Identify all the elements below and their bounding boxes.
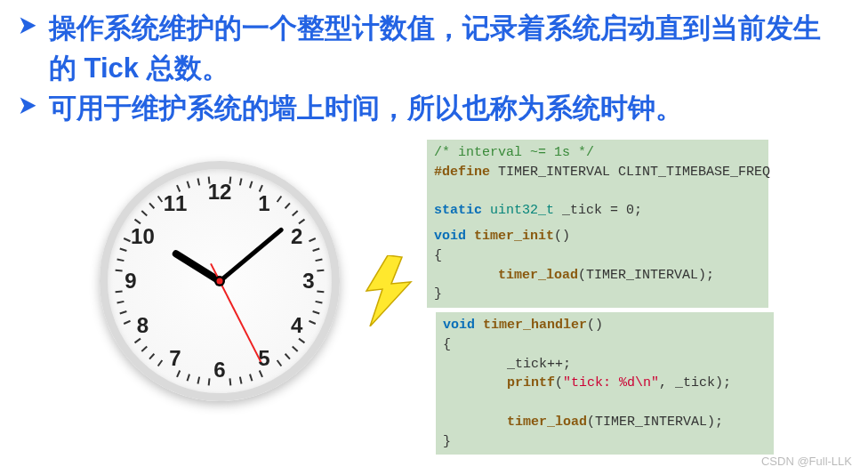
code1-type: uint32_t (490, 203, 554, 218)
code2-void: void (434, 229, 474, 244)
clock-tick (141, 210, 148, 216)
clock-tick (116, 270, 123, 272)
bullet-list: 操作系统维护的一个整型计数值，记录着系统启动直到当前发生的 Tick 总数。 可… (0, 0, 868, 129)
bullet-2: 可用于维护系统的墙上时间，所以也称为系统时钟。 (49, 89, 832, 129)
clock-tick (117, 301, 124, 304)
clock-tick (292, 210, 298, 216)
code2-parens: () (554, 229, 570, 244)
code1-var: _tick = 0; (554, 203, 642, 218)
svg-marker-0 (366, 255, 411, 326)
code3-i1 (443, 375, 507, 390)
clock-number: 1 (251, 190, 277, 217)
code2-close: } (434, 286, 442, 302)
code-block-1: /* interval ~= 1s */ #define TIMER_INTER… (427, 140, 768, 224)
code3-load: timer_load (507, 415, 587, 430)
clock-number: 2 (284, 223, 310, 250)
clock-tick (149, 203, 155, 209)
clock-tick (312, 310, 319, 314)
clock-tick (149, 353, 155, 359)
code3-p2: , _tick); (659, 375, 731, 390)
code1-comment: /* interval ~= 1s */ (434, 145, 594, 160)
watermark: CSDN @Full-LLK (761, 455, 852, 468)
code3-p1: ( (555, 375, 563, 390)
lightning-icon (363, 255, 416, 326)
code1-define-kw: #define (434, 165, 490, 180)
clock-face: 121234567891011 (100, 161, 340, 401)
code3-parens: () (587, 318, 603, 333)
clock-tick (249, 181, 253, 188)
code3-fn: timer_handler (483, 318, 587, 333)
code3-tick: _tick++; (443, 357, 571, 372)
clock-tick (249, 374, 253, 381)
code1-static: static (434, 203, 490, 218)
code3-printf: printf (507, 375, 555, 390)
code3-str: "tick: %d\n" (563, 375, 659, 390)
bullet-1: 操作系统维护的一个整型计数值，记录着系统启动直到当前发生的 Tick 总数。 (49, 9, 832, 89)
clock-tick (197, 178, 200, 185)
code2-arg: (TIMER_INTERVAL); (578, 268, 714, 283)
clock-tick (208, 177, 211, 184)
clock-tick (239, 178, 243, 185)
clock-tick (317, 270, 324, 272)
code3-i2 (443, 415, 507, 430)
clock-tick (285, 203, 291, 209)
clock-number: 11 (162, 190, 189, 217)
code-block-2: void timer_init() { timer_load(TIMER_INT… (427, 223, 768, 308)
clock-tick (285, 353, 291, 359)
clock-tick (315, 301, 322, 304)
clock-number: 7 (162, 345, 189, 372)
clock-tick (315, 258, 322, 262)
clock-tick (292, 346, 298, 352)
code-block-3: void timer_handler() { _tick++; printf("… (436, 312, 774, 455)
code2-open: { (434, 248, 442, 263)
clock-tick (239, 376, 243, 383)
clock-tick (208, 378, 211, 385)
code2-call: timer_load (498, 268, 578, 283)
clock-center-red (217, 278, 223, 285)
code2-indent (434, 268, 498, 283)
content-area: 121234567891011 /* interval ~= 1s */ #de… (0, 156, 868, 475)
clock-tick (119, 248, 126, 252)
clock-tick (141, 346, 148, 352)
clock-tick (187, 181, 190, 188)
code2-fn: timer_init (474, 229, 554, 244)
clock-tick (312, 248, 319, 252)
clock-number: 8 (129, 312, 156, 339)
clock-tick (117, 258, 124, 262)
code1-define-rest: TIMER_INTERVAL CLINT_TIMEBASE_FREQ (490, 165, 770, 180)
clock-tick (187, 374, 190, 381)
clock-tick (197, 376, 200, 383)
second-hand (219, 281, 261, 363)
code3-void: void (443, 318, 483, 333)
clock-image: 121234567891011 (100, 161, 340, 401)
clock-number: 10 (129, 223, 156, 250)
clock-number: 4 (284, 312, 310, 339)
clock-tick (119, 310, 126, 314)
code3-close: } (443, 434, 451, 449)
code3-open: { (443, 337, 451, 352)
code3-arg: (TIMER_INTERVAL); (587, 415, 723, 430)
minute-hand (218, 227, 284, 283)
